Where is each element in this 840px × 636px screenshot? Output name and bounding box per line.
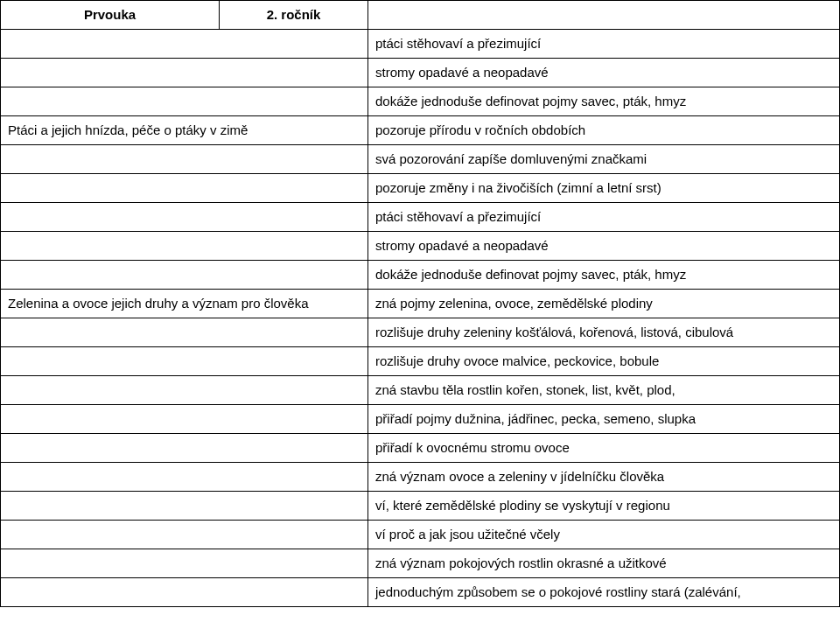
outcome-cell: pozoruje změny i na živočiších (zimní a … (368, 174, 840, 203)
table-row: stromy opadavé a neopadavé (1, 59, 840, 87)
topic-cell (1, 87, 368, 116)
outcome-cell: ví proč a jak jsou užitečné včely (368, 521, 840, 549)
outcome-cell: ptáci stěhovaví a přezimující (368, 203, 840, 232)
table-row: přiřadí k ovocnému stromu ovoce (1, 434, 840, 463)
header-row: Prvouka 2. ročník (1, 1, 840, 30)
table-row: Zelenina a ovoce jejich druhy a význam p… (1, 290, 840, 318)
outcome-cell: ptáci stěhovaví a přezimující (368, 30, 840, 59)
table-row: svá pozorování zapíše domluvenými značka… (1, 145, 840, 174)
topic-cell (1, 578, 368, 607)
outcome-cell: zná pojmy zelenina, ovoce, zemědělské pl… (368, 290, 840, 318)
header-empty (368, 1, 840, 30)
outcome-cell: přiřadí k ovocnému stromu ovoce (368, 434, 840, 463)
outcome-cell: stromy opadavé a neopadavé (368, 59, 840, 87)
outcome-cell: zná stavbu těla rostlin kořen, stonek, l… (368, 376, 840, 405)
outcome-cell: pozoruje přírodu v ročních obdobích (368, 116, 840, 145)
outcome-cell: dokáže jednoduše definovat pojmy savec, … (368, 261, 840, 290)
topic-cell (1, 318, 368, 347)
outcome-cell: dokáže jednoduše definovat pojmy savec, … (368, 87, 840, 116)
topic-cell (1, 405, 368, 434)
table-row: ptáci stěhovaví a přezimující (1, 203, 840, 232)
outcome-cell: zná význam ovoce a zeleniny v jídelníčku… (368, 463, 840, 492)
outcome-cell: svá pozorování zapíše domluvenými značka… (368, 145, 840, 174)
topic-cell (1, 549, 368, 578)
table-row: stromy opadavé a neopadavé (1, 232, 840, 261)
table-row: zná stavbu těla rostlin kořen, stonek, l… (1, 376, 840, 405)
table-row: ví, které zemědělské plodiny se vyskytuj… (1, 492, 840, 521)
topic-cell: Zelenina a ovoce jejich druhy a význam p… (1, 290, 368, 318)
table-row: jednoduchým způsobem se o pokojové rostl… (1, 578, 840, 607)
topic-cell (1, 261, 368, 290)
topic-cell (1, 376, 368, 405)
table-row: přiřadí pojmy dužnina, jádřinec, pecka, … (1, 405, 840, 434)
outcome-cell: rozlišuje druhy zeleniny košťálová, koře… (368, 318, 840, 347)
topic-cell (1, 463, 368, 492)
topic-cell (1, 30, 368, 59)
table-row: Ptáci a jejich hnízda, péče o ptáky v zi… (1, 116, 840, 145)
topic-cell (1, 434, 368, 463)
curriculum-table: Prvouka 2. ročník ptáci stěhovaví a přez… (0, 0, 840, 607)
topic-cell: Ptáci a jejich hnízda, péče o ptáky v zi… (1, 116, 368, 145)
outcome-cell: stromy opadavé a neopadavé (368, 232, 840, 261)
table-row: dokáže jednoduše definovat pojmy savec, … (1, 87, 840, 116)
table-row: rozlišuje druhy zeleniny košťálová, koře… (1, 318, 840, 347)
table-row: zná význam ovoce a zeleniny v jídelníčku… (1, 463, 840, 492)
outcome-cell: přiřadí pojmy dužnina, jádřinec, pecka, … (368, 405, 840, 434)
table-row: rozlišuje druhy ovoce malvice, peckovice… (1, 347, 840, 376)
table-row: ví proč a jak jsou užitečné včely (1, 521, 840, 549)
topic-cell (1, 59, 368, 87)
topic-cell (1, 174, 368, 203)
topic-cell (1, 347, 368, 376)
topic-cell (1, 232, 368, 261)
table-row: zná význam pokojových rostlin okrasné a … (1, 549, 840, 578)
header-grade: 2. ročník (220, 1, 368, 30)
outcome-cell: zná význam pokojových rostlin okrasné a … (368, 549, 840, 578)
header-subject: Prvouka (1, 1, 220, 30)
outcome-cell: rozlišuje druhy ovoce malvice, peckovice… (368, 347, 840, 376)
topic-cell (1, 203, 368, 232)
outcome-cell: jednoduchým způsobem se o pokojové rostl… (368, 578, 840, 607)
table-row: ptáci stěhovaví a přezimující (1, 30, 840, 59)
topic-cell (1, 521, 368, 549)
table-row: pozoruje změny i na živočiších (zimní a … (1, 174, 840, 203)
topic-cell (1, 145, 368, 174)
table-row: dokáže jednoduše definovat pojmy savec, … (1, 261, 840, 290)
outcome-cell: ví, které zemědělské plodiny se vyskytuj… (368, 492, 840, 521)
topic-cell (1, 492, 368, 521)
